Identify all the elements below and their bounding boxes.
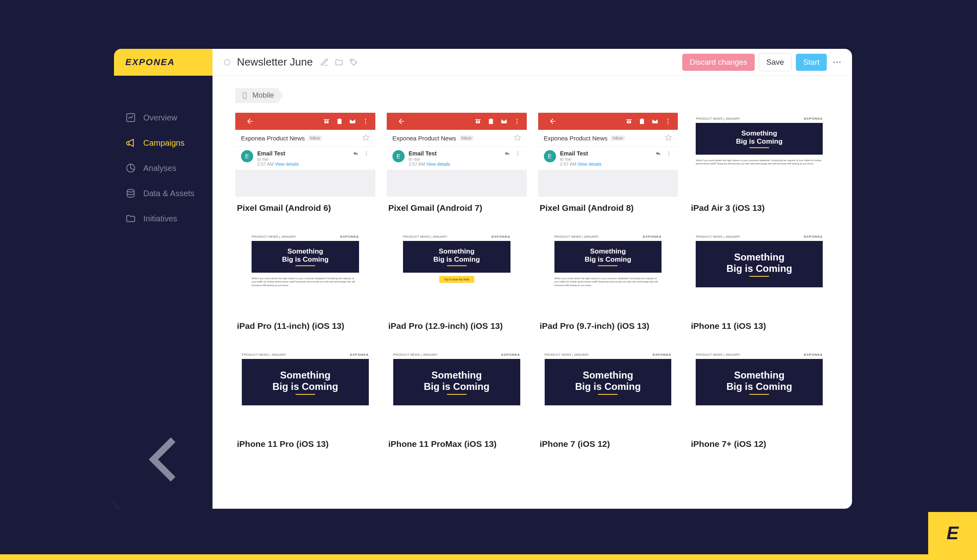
hero-tag: PRODUCT NEWS | JANUARY (696, 235, 740, 238)
reply-icon[interactable] (504, 150, 510, 158)
menu-icon[interactable] (513, 117, 521, 125)
sidebar: EXPONEA Overview Campaigns Analyses Data… (114, 49, 212, 509)
mail-icon[interactable] (348, 117, 357, 125)
device-card[interactable]: Exponea Product News Inbox E Email Test … (235, 113, 375, 219)
delete-icon[interactable] (335, 117, 344, 125)
hero-line2: Big is Coming (700, 381, 819, 392)
menu-icon[interactable] (515, 150, 521, 158)
discard-button[interactable]: Discard changes (682, 54, 755, 71)
hero-line1: Something (407, 247, 506, 256)
nav-campaigns[interactable]: Campaigns (114, 130, 212, 155)
nav-data-assets[interactable]: Data & Assets (114, 181, 212, 206)
svg-point-6 (365, 119, 366, 120)
svg-point-25 (668, 153, 669, 154)
svg-point-11 (366, 153, 367, 154)
sender-to: to me (409, 157, 500, 162)
nav-analyses[interactable]: Analyses (114, 155, 212, 181)
breadcrumb-label: Mobile (252, 91, 274, 100)
delete-icon[interactable] (638, 117, 646, 125)
more-icon[interactable] (833, 61, 841, 63)
hero-line2: Big is Coming (397, 381, 516, 392)
hero-tag: PRODUCT NEWS | JANUARY (696, 117, 740, 120)
sender-time: 2:57 AM View details (257, 162, 348, 166)
hero-line2: Big is Coming (700, 263, 819, 274)
sender-time: 2:57 AM View details (560, 162, 651, 166)
mail-icon[interactable] (500, 117, 508, 125)
edit-icon[interactable] (320, 58, 329, 67)
hero-tag: PRODUCT NEWS | JANUARY (545, 353, 589, 357)
archive-icon[interactable] (474, 117, 482, 125)
device-card[interactable]: PRODUCT NEWS | JANUARYEXPONEA Something … (387, 349, 527, 455)
device-label: iPhone 7+ (iOS 12) (689, 433, 829, 455)
device-card[interactable]: Exponea Product News Inbox E Email Test … (387, 113, 527, 219)
menu-icon[interactable] (361, 117, 370, 125)
device-card[interactable]: PRODUCT NEWS | JANUARYEXPONEA Something … (689, 113, 829, 219)
menu-icon[interactable] (666, 150, 672, 158)
delete-icon[interactable] (487, 117, 495, 125)
hero-line2: Big is Coming (407, 256, 506, 264)
device-label: iPad Air 3 (iOS 13) (689, 197, 829, 219)
nav-initiatives[interactable]: Initiatives (114, 206, 212, 231)
hero-line1: Something (700, 252, 819, 263)
svg-point-19 (517, 155, 518, 155)
bottom-stripe (0, 554, 977, 560)
menu-icon[interactable] (664, 117, 672, 125)
hero-brand: EXPONEA (501, 353, 520, 357)
archive-icon[interactable] (625, 117, 633, 125)
hero-tag: PRODUCT NEWS | JANUARY (696, 353, 740, 357)
app-window: EXPONEA Overview Campaigns Analyses Data… (114, 49, 852, 509)
reply-icon[interactable] (353, 150, 359, 158)
star-icon[interactable] (665, 134, 672, 142)
hero-tag: PRODUCT NEWS | JANUARY (393, 353, 438, 357)
back-icon[interactable] (397, 117, 405, 125)
device-card[interactable]: PRODUCT NEWS | JANUARYEXPONEA Something … (689, 349, 829, 455)
device-card[interactable]: PRODUCT NEWS | JANUARYEXPONEA Something … (235, 231, 375, 337)
start-button[interactable]: Start (796, 54, 827, 71)
database-icon (125, 188, 136, 199)
tag-icon[interactable] (349, 58, 358, 67)
svg-point-22 (668, 123, 669, 124)
device-card[interactable]: PRODUCT NEWS | JANUARYEXPONEA Something … (538, 231, 678, 337)
star-icon[interactable] (514, 134, 521, 142)
reply-icon[interactable] (655, 150, 662, 158)
megaphone-icon (125, 138, 136, 148)
hero-box: Something Big is Coming (252, 241, 359, 273)
device-card[interactable]: Exponea Product News Inbox E Email Test … (538, 113, 678, 219)
device-label: iPad Pro (12.9-inch) (iOS 13) (387, 315, 527, 337)
device-card[interactable]: PRODUCT NEWS | JANUARYEXPONEA Something … (387, 231, 527, 337)
device-card[interactable]: PRODUCT NEWS | JANUARYEXPONEA Something … (235, 349, 375, 455)
folder-icon[interactable] (335, 58, 344, 67)
device-card[interactable]: PRODUCT NEWS | JANUARYEXPONEA Something … (689, 231, 829, 337)
email-subject: Exponea Product News (544, 135, 608, 142)
save-button[interactable]: Save (759, 53, 792, 71)
device-preview: PRODUCT NEWS | JANUARYEXPONEA Something … (689, 113, 829, 197)
hero-brand: EXPONEA (643, 235, 662, 238)
device-preview: PRODUCT NEWS | JANUARYEXPONEA Something … (387, 349, 527, 433)
device-label: Pixel Gmail (Android 8) (538, 197, 678, 219)
cta-button[interactable]: Try it now for free (439, 276, 474, 283)
device-label: Pixel Gmail (Android 7) (387, 197, 527, 219)
hero-line1: Something (246, 370, 365, 381)
sidebar-collapse[interactable] (114, 410, 212, 509)
nav-overview[interactable]: Overview (114, 105, 212, 130)
mobile-icon (241, 92, 248, 99)
back-icon[interactable] (246, 117, 254, 125)
hero-tag: PRODUCT NEWS | JANUARY (242, 353, 286, 357)
folder-icon (125, 213, 136, 224)
device-card[interactable]: PRODUCT NEWS | JANUARYEXPONEA Something … (538, 349, 678, 455)
archive-icon[interactable] (322, 117, 331, 125)
hero-brand: EXPONEA (804, 117, 823, 120)
svg-marker-16 (514, 135, 520, 140)
star-icon[interactable] (362, 134, 370, 142)
svg-point-2 (127, 189, 134, 192)
device-preview: PRODUCT NEWS | JANUARYEXPONEA Something … (538, 231, 678, 315)
breadcrumb-mobile[interactable]: Mobile (235, 88, 283, 103)
svg-point-17 (517, 151, 518, 152)
email-subject: Exponea Product News (241, 135, 305, 142)
device-grid: Exponea Product News Inbox E Email Test … (235, 113, 829, 455)
breadcrumb: Mobile (235, 76, 829, 113)
menu-icon[interactable] (363, 150, 370, 158)
mail-icon[interactable] (651, 117, 659, 125)
svg-marker-9 (363, 135, 369, 140)
back-icon[interactable] (549, 117, 557, 125)
